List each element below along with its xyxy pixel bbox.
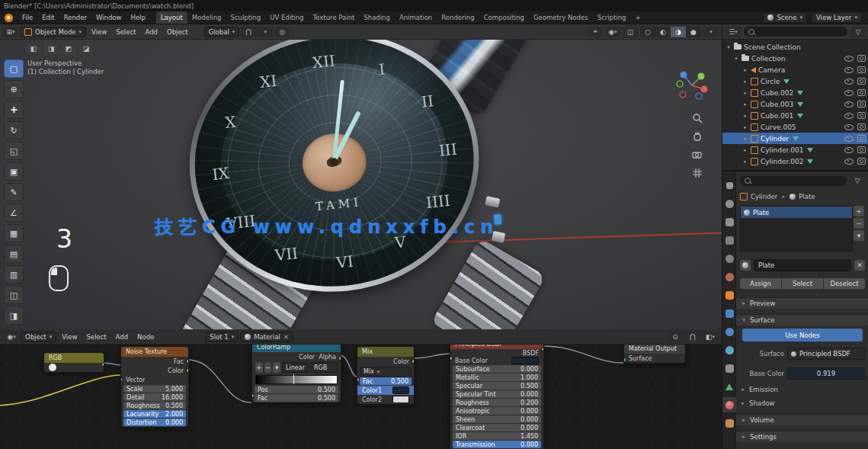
tab-sculpting[interactable]: Sculpting	[226, 11, 265, 24]
slot-specials-dropdown[interactable]: ▾	[854, 230, 864, 241]
tool-extra-2[interactable]: ▥	[4, 265, 24, 284]
ptab-object-data[interactable]	[722, 379, 736, 394]
noise-lacunarity-slider[interactable]: Lacunarity2.000	[123, 410, 186, 418]
shader-menu-view[interactable]: View	[58, 333, 81, 341]
ptab-particles[interactable]	[722, 324, 736, 339]
mode-dropdown[interactable]: Object Mode▾	[20, 27, 86, 37]
disable-render-icon[interactable]	[857, 89, 866, 96]
breadcrumb-object[interactable]: Cylinder	[751, 193, 777, 200]
outliner-row-collection[interactable]: ▾ Collection	[722, 53, 868, 64]
viewport-menu-object[interactable]: Object	[163, 28, 192, 36]
tool-rotate[interactable]: ↻	[4, 121, 24, 140]
outliner-row-cube-001[interactable]: ▸ Cube.001	[722, 110, 868, 121]
disclosure-icon[interactable]: ▸	[742, 113, 748, 119]
browse-material-dropdown[interactable]	[740, 260, 751, 271]
ptab-texture[interactable]	[722, 415, 736, 431]
xray-toggle[interactable]: ◫	[623, 27, 638, 37]
ramp-remove-stop-button[interactable]: −	[264, 362, 272, 373]
principled-anisotropic-slider[interactable]: Anisotropic0.000	[453, 407, 541, 415]
material-slot-item[interactable]: Plate	[741, 207, 852, 218]
viewport-menu-select[interactable]: Select	[112, 28, 139, 36]
socket-bsdf-out[interactable]	[541, 347, 544, 351]
use-nodes-button[interactable]: Use Nodes	[742, 329, 863, 342]
node-material-output[interactable]: Material Output Surface	[623, 343, 686, 364]
material-name-field[interactable]: Plate	[754, 259, 851, 271]
tool-move[interactable]: ✚	[4, 101, 24, 119]
outliner-row-cube-003[interactable]: ▸ Cube.003	[722, 98, 868, 110]
disclosure-icon[interactable]: ▾	[733, 56, 739, 62]
tool-extra-3[interactable]: ◫	[4, 286, 24, 304]
view-layer-selector[interactable]: View Layer▾	[812, 12, 862, 23]
remove-slot-button[interactable]: −	[854, 218, 864, 229]
noise-detail-slider[interactable]: Detail16.000	[123, 393, 186, 401]
ptab-physics[interactable]	[722, 342, 736, 358]
socket-ramp-color-out[interactable]	[338, 356, 341, 361]
3d-viewport[interactable]: XII I II III IIII V VI VII VIII IX X XI …	[0, 24, 722, 329]
hide-eye-icon[interactable]	[844, 124, 854, 130]
shader-menu-add[interactable]: Add	[112, 333, 132, 341]
outliner-search-input[interactable]	[744, 27, 847, 37]
outliner-row-cube-002[interactable]: ▸ Cube.002	[722, 87, 868, 98]
node-mix[interactable]: Mix Color Mix▾ Fac0.500 Color1 Color2	[357, 346, 415, 405]
tab-geometry-nodes[interactable]: Geometry Nodes	[529, 11, 593, 24]
tab-animation[interactable]: Animation	[395, 11, 437, 24]
ptab-object[interactable]	[722, 287, 736, 303]
grid-toggle-icon[interactable]	[690, 166, 704, 180]
hide-eye-icon[interactable]	[844, 79, 854, 85]
unlink-icon[interactable]: ✕	[283, 333, 289, 341]
ramp-mode-dropdown[interactable]: RGB	[310, 362, 338, 373]
node-rgb[interactable]: RGB	[43, 352, 104, 373]
node-noise-texture[interactable]: Noise Texture Fac Color Vector Scale5.00…	[120, 346, 189, 428]
hide-eye-icon[interactable]	[844, 136, 854, 142]
breadcrumb-material[interactable]: Plate	[799, 193, 815, 200]
shading-wireframe-button[interactable]: ○	[640, 27, 655, 37]
zoom-icon[interactable]	[690, 111, 704, 125]
editor-type-icon[interactable]: ⊞▾	[3, 27, 18, 37]
outliner-row-curve-005[interactable]: ▸ Curve.005	[722, 121, 868, 133]
ramp-gradient-bar[interactable]	[255, 375, 338, 384]
hide-eye-icon[interactable]	[844, 159, 854, 165]
viewport-menu-add[interactable]: Add	[141, 28, 161, 36]
overlays-toggle[interactable]: ◉▾	[605, 27, 620, 37]
socket-noise-color-out[interactable]	[186, 368, 189, 373]
disclosure-icon[interactable]: ▸	[742, 136, 748, 142]
principled-base-color-field[interactable]: Base Color	[450, 357, 543, 364]
properties-filter-icon[interactable]: ▽	[850, 175, 865, 186]
outliner-row-cylinder-selected[interactable]: ▸ Cylinder	[722, 133, 868, 144]
tab-compositing[interactable]: Compositing	[479, 11, 529, 24]
shader-editor-type-icon[interactable]: ◉▾	[4, 332, 19, 342]
disclosure-icon[interactable]: ▸	[742, 124, 748, 130]
hide-eye-icon[interactable]	[844, 90, 854, 96]
camera-view-icon[interactable]	[690, 148, 704, 162]
ptab-modifiers[interactable]	[722, 306, 736, 321]
ramp-options-dropdown[interactable]: ▾	[273, 362, 280, 373]
mix-color1-field[interactable]: Color1	[357, 386, 414, 395]
scene-selector[interactable]: Scene▾	[763, 12, 806, 23]
blender-logo-icon[interactable]	[5, 14, 13, 22]
material-slot-dropdown[interactable]: Slot 1▾	[205, 332, 239, 342]
disable-render-icon[interactable]	[857, 135, 866, 142]
disable-render-icon[interactable]	[857, 55, 866, 62]
shader-menu-node[interactable]: Node	[133, 333, 158, 341]
principled-ior-slider[interactable]: IOR1.450	[453, 432, 541, 440]
mix-color2-swatch[interactable]	[392, 396, 409, 403]
tool-add-cube[interactable]: ▦	[4, 224, 24, 242]
ramp-interpolation-dropdown[interactable]: Linear	[282, 362, 309, 373]
ptab-output[interactable]	[722, 214, 736, 229]
deselect-button[interactable]: Deselect	[824, 278, 865, 289]
shading-solid-button[interactable]: ◐	[655, 27, 671, 37]
menu-edit[interactable]: Edit	[37, 11, 59, 24]
add-workspace-button[interactable]: +	[630, 11, 645, 24]
tool-setting-1[interactable]: ◧	[26, 43, 41, 54]
viewport-menu-view[interactable]: View	[88, 28, 111, 36]
shader-pin-toggle[interactable]: ⊙	[668, 332, 683, 342]
disclosure-icon[interactable]: ▸	[742, 79, 748, 85]
noise-distortion-slider[interactable]: Distortion0.000	[123, 419, 186, 426]
disable-render-icon[interactable]	[857, 146, 866, 153]
surface-shader-dropdown[interactable]: Principled BSDF	[787, 348, 865, 360]
noise-scale-slider[interactable]: Scale5.000	[123, 385, 186, 393]
shader-editor[interactable]: RGB Noise Texture Fac Color Vector Scale…	[0, 329, 722, 449]
principled-specular-tint-slider[interactable]: Specular Tint0.000	[453, 390, 541, 398]
base-color-swatch[interactable]: 0.919	[787, 367, 865, 380]
ptab-material[interactable]	[722, 397, 736, 412]
